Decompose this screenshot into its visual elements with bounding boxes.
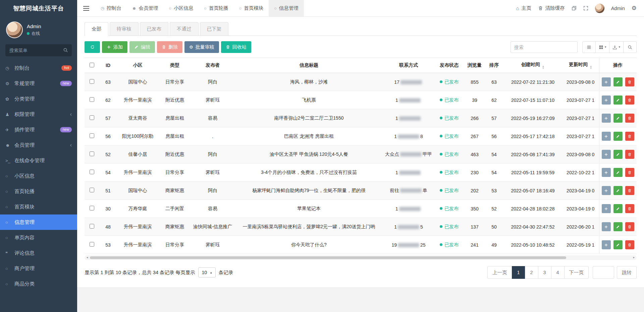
user-avatar-large[interactable]: [6, 21, 23, 38]
row-checkbox[interactable]: [90, 206, 94, 210]
row-expand-button[interactable]: [602, 150, 611, 159]
col-status[interactable]: 发布状态: [434, 58, 465, 73]
row-expand-button[interactable]: [602, 114, 611, 123]
row-checkbox[interactable]: [90, 188, 94, 192]
sidebar-item[interactable]: ○ 单页内容: [0, 230, 77, 245]
table-row[interactable]: 30 万寿华庭 二手闲置 容易 苹果笔记本 1 已发布 350 52 2022-…: [85, 200, 637, 218]
select-all-checkbox[interactable]: [90, 63, 94, 67]
row-expand-button[interactable]: [602, 204, 611, 213]
topbar-tab[interactable]: ☻ 会员管理: [126, 0, 163, 16]
sidebar-item[interactable]: ✿ 分类管理: [0, 91, 77, 107]
page-jump-input[interactable]: [593, 266, 614, 279]
sidebar-item[interactable]: ○ 商户管理: [0, 261, 77, 276]
sidebar-item[interactable]: ♟ 权限管理 ‹: [0, 107, 77, 122]
row-delete-button[interactable]: [625, 114, 634, 123]
horizontal-scrollbar[interactable]: ◄ ►: [85, 255, 637, 260]
row-expand-button[interactable]: [602, 96, 611, 105]
filter-tab[interactable]: 已下架: [200, 22, 229, 36]
row-edit-button[interactable]: [613, 168, 623, 177]
sidebar-item[interactable]: ○ 首页模块: [0, 199, 77, 214]
sidebar-item[interactable]: ○ 首页轮播: [0, 184, 77, 199]
sidebar-item[interactable]: ○ 信息管理: [0, 214, 77, 230]
col-publisher[interactable]: 发布者: [191, 58, 234, 73]
row-edit-button[interactable]: [613, 96, 623, 105]
sidebar-item[interactable]: ⚙ 常规管理 new: [0, 76, 77, 91]
row-delete-button[interactable]: [625, 222, 634, 231]
sidebar-item[interactable]: ❝ 评论信息: [0, 245, 77, 261]
table-row[interactable]: 52 佳馨小居 附近优惠 阿白 渝中区太圣甲 甲鱼汤锅 120元4-5人餐 大众…: [85, 145, 637, 164]
table-row[interactable]: 54 升伟一里南滨 日常分享 霁昕珏 3-4个月的小猫咪，免费送，只不过没有打疫…: [85, 164, 637, 182]
row-edit-button[interactable]: [613, 222, 623, 231]
toggle-view-button[interactable]: [582, 41, 596, 53]
row-delete-button[interactable]: [625, 132, 634, 141]
next-page-button[interactable]: 下一页: [564, 266, 589, 279]
page-button[interactable]: 1: [512, 266, 525, 279]
filter-tab[interactable]: 已发布: [140, 22, 169, 36]
col-type[interactable]: 类型: [159, 58, 191, 73]
user-avatar[interactable]: [595, 4, 604, 13]
sidebar-item[interactable]: ☻ 会员管理 ‹: [0, 137, 77, 153]
sidebar-item[interactable]: ○ 商品分类: [0, 276, 77, 292]
row-edit-button[interactable]: [613, 132, 623, 141]
filter-tab[interactable]: 全部: [85, 22, 108, 36]
sidebar-item[interactable]: ◷ 控制台 hot: [0, 60, 77, 76]
col-updated[interactable]: 更新时间▲▼: [562, 58, 599, 73]
row-checkbox[interactable]: [90, 97, 94, 102]
row-checkbox[interactable]: [90, 115, 94, 120]
copy-tabs-button[interactable]: [572, 6, 577, 11]
page-button[interactable]: 4: [551, 266, 565, 279]
page-size-select[interactable]: 10▴: [198, 267, 216, 277]
row-delete-button[interactable]: [625, 204, 634, 213]
row-expand-button[interactable]: [602, 186, 611, 195]
table-row[interactable]: 51 国瑞中心 商家钜惠 阿白 杨家坪蚝门海鲜自助烤肉79一位，生蚝不限量，肥的…: [85, 182, 637, 200]
row-checkbox[interactable]: [90, 224, 94, 229]
row-edit-button[interactable]: [613, 77, 623, 86]
edit-button[interactable]: 编辑: [129, 41, 155, 53]
row-checkbox[interactable]: [90, 242, 94, 247]
topbar-tab[interactable]: ◷ 控制台: [95, 0, 126, 16]
row-expand-button[interactable]: [602, 240, 611, 249]
row-delete-button[interactable]: [625, 168, 634, 177]
fullscreen-button[interactable]: [583, 6, 588, 11]
col-created[interactable]: 创建时间▲▼: [503, 58, 562, 73]
home-link[interactable]: ⌂主页: [516, 5, 531, 11]
delete-button[interactable]: 删除: [157, 41, 182, 53]
col-contact[interactable]: 联系方式: [383, 58, 434, 73]
row-delete-button[interactable]: [625, 186, 634, 195]
row-checkbox[interactable]: [90, 170, 94, 174]
row-delete-button[interactable]: [625, 96, 634, 105]
scroll-right-icon[interactable]: ►: [633, 256, 635, 259]
row-delete-button[interactable]: [625, 77, 634, 86]
refresh-button[interactable]: [85, 41, 100, 53]
table-row[interactable]: 56 阳光100阿尔勒 房屋出租 . 巴南区 龙洲湾 房屋出租 18 已发布 2…: [85, 127, 637, 145]
row-edit-button[interactable]: [613, 150, 623, 159]
prev-page-button[interactable]: 上一页: [487, 266, 512, 279]
row-expand-button[interactable]: [602, 168, 611, 177]
add-button[interactable]: 添加: [102, 41, 127, 53]
settings-gear-icon[interactable]: ⚙: [632, 5, 637, 12]
batch-audit-button[interactable]: ⚙批量审核: [184, 41, 219, 53]
jump-button[interactable]: 跳转: [617, 266, 637, 279]
menu-toggle-icon[interactable]: [77, 0, 95, 16]
topbar-tab[interactable]: ○ 信息管理: [269, 0, 304, 16]
scroll-left-icon[interactable]: ◄: [86, 256, 89, 259]
table-row[interactable]: 57 亚太商谷 房屋出租 容易 南坪香弥山2号二室二厅二卫1550 1 已发布 …: [85, 109, 637, 127]
sidebar-item[interactable]: ○ 小区信息: [0, 168, 77, 184]
row-edit-button[interactable]: [613, 204, 623, 213]
row-edit-button[interactable]: [613, 240, 623, 249]
table-row[interactable]: 62 升伟一里南滨 附近优惠 霁昕珏 飞机票 1 已发布 39 62 2022-…: [85, 91, 637, 109]
topbar-tab[interactable]: ○ 小区信息: [164, 0, 199, 16]
clear-cache-button[interactable]: 清除缓存: [538, 5, 565, 11]
topbar-tab[interactable]: ○ 首页模块: [234, 0, 269, 16]
row-expand-button[interactable]: [602, 132, 611, 141]
table-row[interactable]: 53 升伟一里南滨 日常分享 霁昕珏 你今天吃了什么? 1925 已发布 241…: [85, 236, 637, 254]
row-expand-button[interactable]: [602, 222, 611, 231]
row-checkbox[interactable]: [90, 133, 94, 138]
recycle-bin-button[interactable]: 回收站: [221, 41, 251, 53]
row-expand-button[interactable]: [602, 77, 611, 86]
row-delete-button[interactable]: [625, 240, 634, 249]
row-delete-button[interactable]: [625, 150, 634, 159]
table-search-input[interactable]: [511, 41, 578, 53]
col-views[interactable]: 浏览量: [465, 58, 485, 73]
row-checkbox[interactable]: [90, 79, 94, 84]
